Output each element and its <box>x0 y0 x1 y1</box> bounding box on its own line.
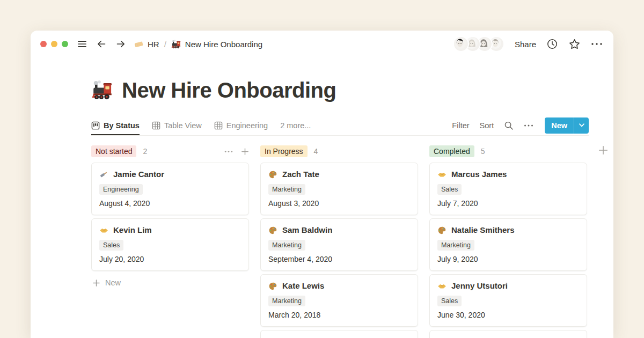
minimize-window-icon[interactable] <box>51 41 57 47</box>
zoom-window-icon[interactable] <box>62 41 68 47</box>
board-card-partial[interactable]: Shawn Hunt <box>260 330 418 338</box>
back-arrow-icon[interactable] <box>96 39 107 49</box>
start-date: July 9, 2020 <box>437 254 579 264</box>
notion-window: HR / New Hire Onboarding <box>31 31 613 338</box>
card-name: Marcus James <box>451 168 507 181</box>
sidebar-menu-icon[interactable] <box>77 39 87 49</box>
status-badge[interactable]: In Progress <box>260 145 308 157</box>
card-name: Natalie Smithers <box>451 224 515 237</box>
collaborator-avatars[interactable] <box>453 36 504 52</box>
add-card-label: New <box>105 278 121 287</box>
handshake-icon <box>99 226 108 235</box>
card-count: 5 <box>481 147 485 156</box>
card-count: 4 <box>314 147 318 156</box>
filter-button[interactable]: Filter <box>452 121 469 130</box>
palette-icon <box>268 226 277 235</box>
handshake-icon <box>437 170 447 179</box>
handshake-icon <box>437 282 447 291</box>
locomotive-icon <box>171 39 181 49</box>
board-card-partial[interactable]: Matt Mills <box>429 330 587 338</box>
board-card[interactable]: Zach Tate Marketing August 3, 2020 <box>260 163 418 215</box>
department-tag: Engineering <box>99 184 143 195</box>
start-date: July 7, 2020 <box>437 198 579 209</box>
board-card[interactable]: Marcus James Sales July 7, 2020 <box>429 163 587 215</box>
palette-icon <box>268 170 277 179</box>
tab-table-view[interactable]: Table View <box>152 115 202 135</box>
breadcrumb-workspace[interactable]: HR <box>148 40 159 49</box>
start-date: September 4, 2020 <box>268 254 410 264</box>
status-badge[interactable]: Completed <box>429 145 474 157</box>
column-header: In Progress 4 <box>260 144 418 158</box>
new-button[interactable]: New <box>545 117 589 134</box>
add-card-icon[interactable] <box>241 148 249 156</box>
traffic-lights <box>40 41 68 47</box>
department-tag: Marketing <box>268 240 305 251</box>
tab-engineering[interactable]: Engineering <box>214 115 268 135</box>
column-in-progress: In Progress 4 Zach Tate Marketing August… <box>260 144 418 338</box>
board-card[interactable]: Sam Baldwin Marketing September 4, 2020 <box>260 218 418 271</box>
search-icon[interactable] <box>504 121 514 130</box>
department-tag: Marketing <box>437 240 474 251</box>
palette-icon <box>268 282 277 291</box>
board-view-icon <box>91 121 100 130</box>
breadcrumb-separator: / <box>164 40 166 49</box>
view-tab-bar: By Status Table View Engineering 2 more.… <box>91 115 589 136</box>
start-date: August 3, 2020 <box>268 198 410 209</box>
table-view-icon <box>152 121 160 130</box>
hammer-icon <box>99 170 108 179</box>
more-options-icon[interactable] <box>591 42 603 46</box>
card-name: Shawn Hunt <box>282 335 329 338</box>
board-card[interactable]: Natalie Smithers Marketing July 9, 2020 <box>429 218 587 271</box>
add-group-icon[interactable] <box>598 145 608 155</box>
card-name: Jamie Cantor <box>113 168 164 181</box>
updates-clock-icon[interactable] <box>546 38 558 50</box>
forward-arrow-icon[interactable] <box>115 39 126 49</box>
close-window-icon[interactable] <box>40 41 47 47</box>
start-date: March 20, 2018 <box>268 310 410 320</box>
plus-icon <box>92 279 100 287</box>
chevron-down-icon[interactable] <box>574 117 589 134</box>
card-name: Zach Tate <box>282 168 319 181</box>
column-header: Completed 5 <box>429 144 587 158</box>
breadcrumb: HR / New Hire Onboarding <box>134 39 262 49</box>
tab-label: Engineering <box>226 121 268 130</box>
kanban-board: Not started 2 <box>91 144 603 338</box>
sort-button[interactable]: Sort <box>480 121 494 130</box>
board-card[interactable]: Kevin Lim Sales July 20, 2020 <box>91 218 249 271</box>
board-card[interactable]: Jenny Utsutori Sales June 30, 2020 <box>429 274 587 327</box>
department-tag: Sales <box>437 296 462 306</box>
department-tag: Marketing <box>268 296 305 306</box>
card-name: Matt Mills <box>451 335 488 338</box>
view-options-icon[interactable] <box>524 124 533 127</box>
label-tag-icon <box>134 39 144 49</box>
card-name: Jenny Utsutori <box>451 280 508 292</box>
tab-label: Table View <box>164 121 202 130</box>
tab-label: By Status <box>104 121 140 130</box>
palette-icon <box>437 226 447 235</box>
add-card-button[interactable]: New <box>91 278 249 287</box>
new-button-label[interactable]: New <box>545 117 574 134</box>
breadcrumb-page[interactable]: New Hire Onboarding <box>185 40 262 49</box>
favorite-star-icon[interactable] <box>568 38 581 50</box>
status-badge[interactable]: Not started <box>91 145 136 157</box>
board-card[interactable]: Kate Lewis Marketing March 20, 2018 <box>260 274 418 327</box>
start-date: August 4, 2020 <box>99 198 241 209</box>
page-title: New Hire Onboarding <box>122 75 336 105</box>
card-name: Sam Baldwin <box>282 224 332 237</box>
department-tag: Marketing <box>268 184 305 195</box>
card-name: Kate Lewis <box>282 280 324 292</box>
board-card[interactable]: Jamie Cantor Engineering August 4, 2020 <box>91 163 249 215</box>
column-options-icon[interactable] <box>224 150 233 153</box>
column-header: Not started 2 <box>91 144 249 158</box>
card-count: 2 <box>143 147 147 156</box>
tab-by-status[interactable]: By Status <box>91 115 140 135</box>
column-not-started: Not started 2 <box>91 144 249 287</box>
department-tag: Sales <box>99 240 123 251</box>
tab-more-views[interactable]: 2 more... <box>280 121 311 130</box>
avatar <box>453 36 469 52</box>
column-completed: Completed 5 Marcus James Sales July 7, 2… <box>429 144 587 338</box>
table-view-icon <box>214 121 223 130</box>
share-button[interactable]: Share <box>515 40 536 49</box>
view-toolbar: Filter Sort New <box>452 117 589 134</box>
window-topbar: HR / New Hire Onboarding <box>31 31 613 57</box>
